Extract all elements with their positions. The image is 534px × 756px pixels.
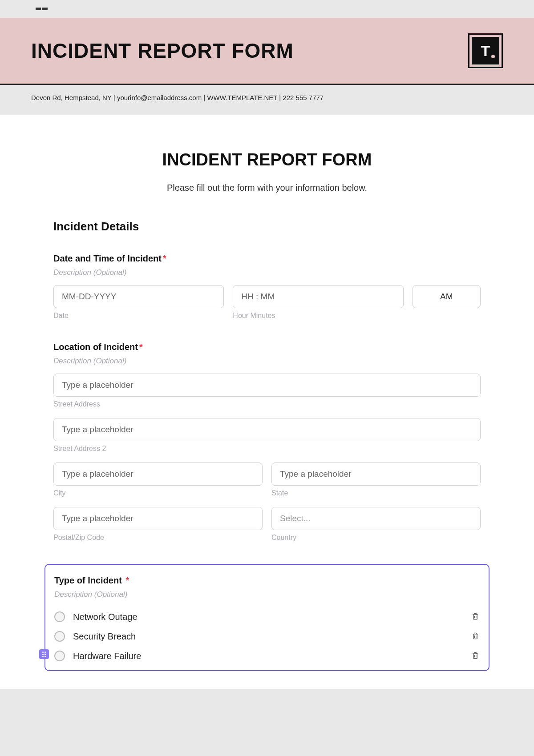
field-datetime: Date and Time of Incident* Description (… xyxy=(53,253,481,320)
street-input[interactable] xyxy=(53,374,481,397)
drag-handle-icon[interactable] xyxy=(39,649,49,659)
contact-info: Devon Rd, Hempstead, NY | yourinfo@email… xyxy=(0,85,534,115)
top-bar xyxy=(0,0,534,18)
location-description: Description (Optional) xyxy=(53,357,481,366)
state-sublabel: State xyxy=(271,489,481,497)
street2-input[interactable] xyxy=(53,418,481,441)
form-body: INCIDENT REPORT FORM Please fill out the… xyxy=(0,115,534,689)
required-asterisk: * xyxy=(139,342,143,352)
radio-label: Hardware Failure xyxy=(73,651,141,661)
radio-icon[interactable] xyxy=(54,651,65,661)
logo-dot-icon xyxy=(491,55,495,58)
header-banner: INCIDENT REPORT FORM T xyxy=(0,18,534,85)
street-sublabel: Street Address xyxy=(53,400,481,408)
location-label: Location of Incident* xyxy=(53,342,481,352)
postal-sublabel: Postal/Zip Code xyxy=(53,534,263,542)
field-incident-type[interactable]: Type of Incident * Description (Optional… xyxy=(44,564,490,671)
section-incident-details: Incident Details xyxy=(53,220,481,233)
country-select[interactable]: Select... xyxy=(271,507,481,530)
date-input[interactable] xyxy=(53,285,224,308)
radio-option[interactable]: Network Outage xyxy=(54,607,480,627)
radio-label: Network Outage xyxy=(73,612,138,622)
country-sublabel: Country xyxy=(271,534,481,542)
form-subtitle: Please fill out the form with your infor… xyxy=(53,183,481,193)
street2-sublabel: Street Address 2 xyxy=(53,445,481,453)
banner-title: INCIDENT REPORT FORM xyxy=(31,39,294,63)
datetime-label: Date and Time of Incident* xyxy=(53,253,481,264)
radio-icon[interactable] xyxy=(54,611,65,622)
form-title: INCIDENT REPORT FORM xyxy=(53,150,481,169)
date-sublabel: Date xyxy=(53,312,224,320)
time-input[interactable] xyxy=(233,285,403,308)
city-sublabel: City xyxy=(53,489,263,497)
radio-option[interactable]: Hardware Failure xyxy=(54,646,480,666)
trash-icon[interactable] xyxy=(471,612,480,622)
tab-indicators xyxy=(36,8,48,10)
incident-type-label: Type of Incident * xyxy=(54,575,480,586)
logo: T xyxy=(468,33,503,68)
trash-icon[interactable] xyxy=(471,631,480,641)
state-input[interactable] xyxy=(271,462,481,486)
required-asterisk: * xyxy=(163,253,166,263)
trash-icon[interactable] xyxy=(471,651,480,661)
city-input[interactable] xyxy=(53,462,263,486)
radio-label: Security Breach xyxy=(73,631,136,642)
field-location: Location of Incident* Description (Optio… xyxy=(53,342,481,542)
incident-type-description: Description (Optional) xyxy=(54,590,480,599)
required-asterisk: * xyxy=(125,575,129,585)
postal-input[interactable] xyxy=(53,507,263,530)
logo-text: T xyxy=(481,42,490,60)
radio-icon[interactable] xyxy=(54,631,65,642)
datetime-description: Description (Optional) xyxy=(53,268,481,277)
radio-option[interactable]: Security Breach xyxy=(54,627,480,646)
time-sublabel: Hour Minutes xyxy=(233,312,403,320)
ampm-display[interactable]: AM xyxy=(413,285,481,308)
